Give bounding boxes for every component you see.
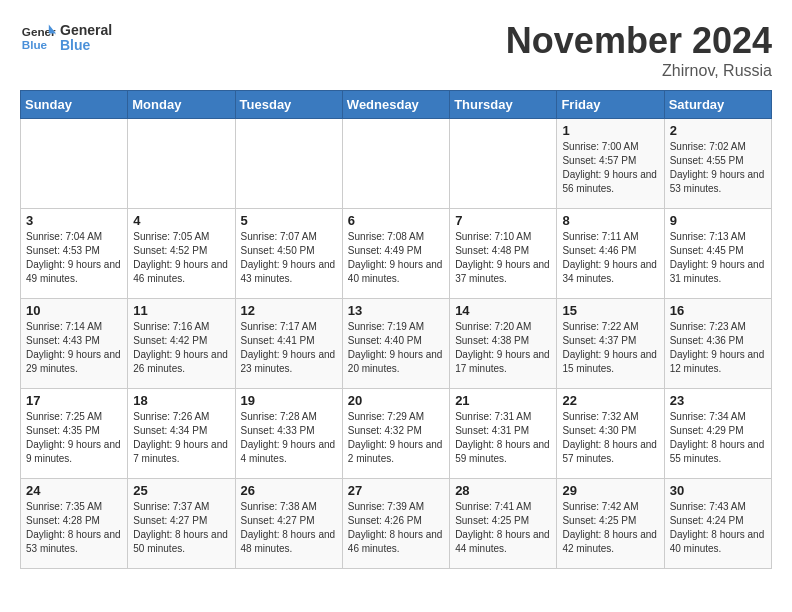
- calendar-cell: 19Sunrise: 7:28 AM Sunset: 4:33 PM Dayli…: [235, 389, 342, 479]
- day-number: 13: [348, 303, 444, 318]
- day-number: 14: [455, 303, 551, 318]
- day-number: 5: [241, 213, 337, 228]
- title-block: November 2024 Zhirnov, Russia: [506, 20, 772, 80]
- calendar-cell: 8Sunrise: 7:11 AM Sunset: 4:46 PM Daylig…: [557, 209, 664, 299]
- day-info: Sunrise: 7:38 AM Sunset: 4:27 PM Dayligh…: [241, 500, 337, 556]
- calendar-cell: [21, 119, 128, 209]
- day-info: Sunrise: 7:23 AM Sunset: 4:36 PM Dayligh…: [670, 320, 766, 376]
- day-number: 18: [133, 393, 229, 408]
- day-number: 21: [455, 393, 551, 408]
- calendar-cell: 1Sunrise: 7:00 AM Sunset: 4:57 PM Daylig…: [557, 119, 664, 209]
- day-header-monday: Monday: [128, 91, 235, 119]
- day-header-wednesday: Wednesday: [342, 91, 449, 119]
- day-info: Sunrise: 7:35 AM Sunset: 4:28 PM Dayligh…: [26, 500, 122, 556]
- day-number: 22: [562, 393, 658, 408]
- calendar-cell: 28Sunrise: 7:41 AM Sunset: 4:25 PM Dayli…: [450, 479, 557, 569]
- day-number: 4: [133, 213, 229, 228]
- day-info: Sunrise: 7:41 AM Sunset: 4:25 PM Dayligh…: [455, 500, 551, 556]
- calendar-cell: 29Sunrise: 7:42 AM Sunset: 4:25 PM Dayli…: [557, 479, 664, 569]
- day-number: 11: [133, 303, 229, 318]
- day-info: Sunrise: 7:32 AM Sunset: 4:30 PM Dayligh…: [562, 410, 658, 466]
- day-header-friday: Friday: [557, 91, 664, 119]
- day-info: Sunrise: 7:34 AM Sunset: 4:29 PM Dayligh…: [670, 410, 766, 466]
- day-info: Sunrise: 7:22 AM Sunset: 4:37 PM Dayligh…: [562, 320, 658, 376]
- day-info: Sunrise: 7:05 AM Sunset: 4:52 PM Dayligh…: [133, 230, 229, 286]
- calendar-cell: 4Sunrise: 7:05 AM Sunset: 4:52 PM Daylig…: [128, 209, 235, 299]
- day-number: 26: [241, 483, 337, 498]
- day-info: Sunrise: 7:07 AM Sunset: 4:50 PM Dayligh…: [241, 230, 337, 286]
- week-row-1: 1Sunrise: 7:00 AM Sunset: 4:57 PM Daylig…: [21, 119, 772, 209]
- calendar-cell: 20Sunrise: 7:29 AM Sunset: 4:32 PM Dayli…: [342, 389, 449, 479]
- day-header-saturday: Saturday: [664, 91, 771, 119]
- day-info: Sunrise: 7:26 AM Sunset: 4:34 PM Dayligh…: [133, 410, 229, 466]
- calendar-body: 1Sunrise: 7:00 AM Sunset: 4:57 PM Daylig…: [21, 119, 772, 569]
- calendar-header: SundayMondayTuesdayWednesdayThursdayFrid…: [21, 91, 772, 119]
- day-number: 17: [26, 393, 122, 408]
- day-info: Sunrise: 7:16 AM Sunset: 4:42 PM Dayligh…: [133, 320, 229, 376]
- day-number: 27: [348, 483, 444, 498]
- day-info: Sunrise: 7:42 AM Sunset: 4:25 PM Dayligh…: [562, 500, 658, 556]
- day-info: Sunrise: 7:04 AM Sunset: 4:53 PM Dayligh…: [26, 230, 122, 286]
- calendar-cell: 16Sunrise: 7:23 AM Sunset: 4:36 PM Dayli…: [664, 299, 771, 389]
- day-header-thursday: Thursday: [450, 91, 557, 119]
- calendar-cell: 11Sunrise: 7:16 AM Sunset: 4:42 PM Dayli…: [128, 299, 235, 389]
- logo-icon: General Blue: [20, 20, 56, 56]
- header-row: SundayMondayTuesdayWednesdayThursdayFrid…: [21, 91, 772, 119]
- calendar-cell: 13Sunrise: 7:19 AM Sunset: 4:40 PM Dayli…: [342, 299, 449, 389]
- day-info: Sunrise: 7:00 AM Sunset: 4:57 PM Dayligh…: [562, 140, 658, 196]
- day-info: Sunrise: 7:39 AM Sunset: 4:26 PM Dayligh…: [348, 500, 444, 556]
- day-number: 24: [26, 483, 122, 498]
- day-number: 20: [348, 393, 444, 408]
- calendar-cell: 30Sunrise: 7:43 AM Sunset: 4:24 PM Dayli…: [664, 479, 771, 569]
- calendar-cell: 15Sunrise: 7:22 AM Sunset: 4:37 PM Dayli…: [557, 299, 664, 389]
- day-number: 12: [241, 303, 337, 318]
- day-info: Sunrise: 7:37 AM Sunset: 4:27 PM Dayligh…: [133, 500, 229, 556]
- calendar-cell: 27Sunrise: 7:39 AM Sunset: 4:26 PM Dayli…: [342, 479, 449, 569]
- day-info: Sunrise: 7:29 AM Sunset: 4:32 PM Dayligh…: [348, 410, 444, 466]
- day-number: 16: [670, 303, 766, 318]
- day-number: 3: [26, 213, 122, 228]
- calendar-cell: 12Sunrise: 7:17 AM Sunset: 4:41 PM Dayli…: [235, 299, 342, 389]
- day-number: 2: [670, 123, 766, 138]
- day-info: Sunrise: 7:10 AM Sunset: 4:48 PM Dayligh…: [455, 230, 551, 286]
- week-row-3: 10Sunrise: 7:14 AM Sunset: 4:43 PM Dayli…: [21, 299, 772, 389]
- calendar-cell: [235, 119, 342, 209]
- day-number: 10: [26, 303, 122, 318]
- day-info: Sunrise: 7:28 AM Sunset: 4:33 PM Dayligh…: [241, 410, 337, 466]
- calendar-cell: 22Sunrise: 7:32 AM Sunset: 4:30 PM Dayli…: [557, 389, 664, 479]
- location-title: Zhirnov, Russia: [506, 62, 772, 80]
- day-info: Sunrise: 7:08 AM Sunset: 4:49 PM Dayligh…: [348, 230, 444, 286]
- day-info: Sunrise: 7:13 AM Sunset: 4:45 PM Dayligh…: [670, 230, 766, 286]
- day-info: Sunrise: 7:31 AM Sunset: 4:31 PM Dayligh…: [455, 410, 551, 466]
- calendar-cell: 6Sunrise: 7:08 AM Sunset: 4:49 PM Daylig…: [342, 209, 449, 299]
- day-number: 15: [562, 303, 658, 318]
- day-number: 25: [133, 483, 229, 498]
- calendar-cell: [450, 119, 557, 209]
- calendar-cell: 26Sunrise: 7:38 AM Sunset: 4:27 PM Dayli…: [235, 479, 342, 569]
- day-number: 28: [455, 483, 551, 498]
- day-number: 29: [562, 483, 658, 498]
- calendar-cell: 25Sunrise: 7:37 AM Sunset: 4:27 PM Dayli…: [128, 479, 235, 569]
- svg-text:Blue: Blue: [22, 38, 48, 51]
- day-number: 6: [348, 213, 444, 228]
- logo-blue-text: Blue: [60, 38, 112, 53]
- calendar-cell: 23Sunrise: 7:34 AM Sunset: 4:29 PM Dayli…: [664, 389, 771, 479]
- calendar-cell: 7Sunrise: 7:10 AM Sunset: 4:48 PM Daylig…: [450, 209, 557, 299]
- calendar-cell: 10Sunrise: 7:14 AM Sunset: 4:43 PM Dayli…: [21, 299, 128, 389]
- calendar-cell: 3Sunrise: 7:04 AM Sunset: 4:53 PM Daylig…: [21, 209, 128, 299]
- day-info: Sunrise: 7:43 AM Sunset: 4:24 PM Dayligh…: [670, 500, 766, 556]
- week-row-2: 3Sunrise: 7:04 AM Sunset: 4:53 PM Daylig…: [21, 209, 772, 299]
- day-info: Sunrise: 7:02 AM Sunset: 4:55 PM Dayligh…: [670, 140, 766, 196]
- day-header-sunday: Sunday: [21, 91, 128, 119]
- calendar-cell: [342, 119, 449, 209]
- day-info: Sunrise: 7:20 AM Sunset: 4:38 PM Dayligh…: [455, 320, 551, 376]
- calendar-cell: [128, 119, 235, 209]
- day-number: 9: [670, 213, 766, 228]
- month-title: November 2024: [506, 20, 772, 62]
- calendar-cell: 5Sunrise: 7:07 AM Sunset: 4:50 PM Daylig…: [235, 209, 342, 299]
- calendar-cell: 9Sunrise: 7:13 AM Sunset: 4:45 PM Daylig…: [664, 209, 771, 299]
- day-info: Sunrise: 7:25 AM Sunset: 4:35 PM Dayligh…: [26, 410, 122, 466]
- calendar-cell: 18Sunrise: 7:26 AM Sunset: 4:34 PM Dayli…: [128, 389, 235, 479]
- calendar-table: SundayMondayTuesdayWednesdayThursdayFrid…: [20, 90, 772, 569]
- week-row-5: 24Sunrise: 7:35 AM Sunset: 4:28 PM Dayli…: [21, 479, 772, 569]
